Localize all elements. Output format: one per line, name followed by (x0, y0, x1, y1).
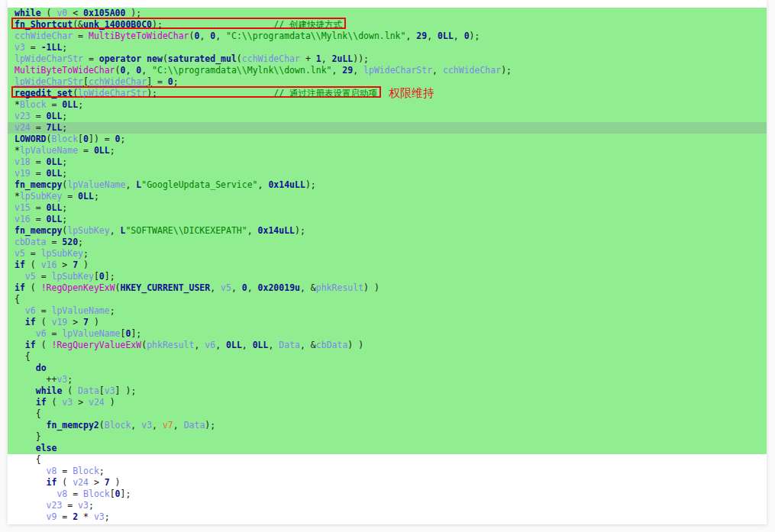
code-line[interactable]: lpWideCharStr = operator new(saturated_m… (8, 53, 767, 65)
code-token: { (15, 408, 41, 419)
code-token: , & (300, 282, 316, 293)
code-token: ; (62, 202, 67, 213)
code-token: cchWideChar (443, 65, 501, 76)
code-token: ; (62, 156, 67, 167)
pseudocode[interactable]: while ( v0 < 0x105A00 );fn_Shortcut(&unk… (8, 0, 767, 523)
code-token: ( (25, 282, 41, 293)
code-line[interactable]: fn_memcpy(lpValueName, L"GoogleUpdata_Se… (8, 179, 767, 191)
code-line[interactable]: if ( !RegQueryValueExW(phkResult, v6, 0L… (8, 340, 767, 351)
code-line[interactable]: *Block = 0LL; (8, 99, 767, 111)
code-line[interactable]: while ( Data[v3] ); (8, 385, 767, 397)
code-token: lpSubKey (52, 271, 94, 282)
code-token: ) (110, 477, 121, 488)
code-token: 0 (83, 134, 89, 144)
code-line[interactable]: fn_memcpy2(Block, v3, v7, Data); (8, 420, 767, 431)
code-line[interactable]: { (8, 454, 767, 466)
code-token: ( (25, 260, 41, 270)
code-token: 0LL (47, 214, 63, 224)
code-line[interactable]: v8 = Block; (8, 466, 767, 477)
code-token: = (152, 76, 168, 87)
code-token: 0x14uLL (258, 225, 295, 236)
code-token (15, 385, 36, 396)
code-token: ); (147, 88, 157, 98)
code-token: 0LL (47, 156, 63, 167)
code-token: = (31, 122, 47, 133)
code-token: , (131, 420, 141, 430)
code-line[interactable]: if ( v19 > 7 ) (8, 317, 767, 328)
code-token: ; (173, 76, 179, 87)
code-line[interactable]: v19 = 0LL; (8, 168, 767, 179)
code-token: 0LL (253, 340, 269, 350)
code-line[interactable]: { (8, 294, 767, 305)
code-line[interactable]: MultiByteToWideChar(0, 0, "C:\\programda… (8, 65, 767, 76)
code-line[interactable]: v18 = 0LL; (8, 156, 767, 168)
code-line[interactable]: LOWORD(Block[0]) = 0; (8, 134, 767, 145)
code-token (163, 19, 273, 30)
code-token: ; (110, 145, 115, 156)
code-line-current[interactable]: v24 = 7LL; (8, 122, 767, 134)
code-line[interactable]: v6 = lpValueName; (8, 305, 767, 317)
code-token: ); (205, 420, 215, 430)
code-line[interactable]: if ( v16 > 7 ) (8, 260, 767, 271)
code-token: regedit_set (15, 88, 73, 98)
code-line[interactable]: { (8, 351, 767, 363)
code-token: 0 (464, 31, 470, 41)
code-token: ; (62, 168, 67, 179)
code-token: , (432, 65, 443, 76)
code-line[interactable]: } (8, 431, 767, 443)
code-line[interactable]: v8 = Block[0]; (8, 488, 767, 500)
code-line[interactable]: if ( !RegOpenKeyExW(HKEY_CURRENT_USER, v… (8, 282, 767, 294)
code-token: ( (99, 420, 105, 430)
code-token: while (15, 8, 41, 18)
code-line[interactable]: else (8, 443, 767, 454)
code-line[interactable]: v5 = lpSubKey[0]; (8, 271, 767, 282)
code-token: ); (152, 19, 163, 30)
code-token: ) ) (363, 282, 379, 293)
code-line[interactable]: v3 = -1LL; (8, 42, 767, 53)
code-token: lpWideCharStr (15, 53, 83, 64)
code-line[interactable]: v6 = lpValueName[0]; (8, 328, 767, 340)
code-token: phkResult (316, 282, 363, 293)
code-token: v3 (57, 374, 67, 385)
code-token: lpWideCharStr (78, 88, 147, 98)
code-token: ( (62, 385, 78, 396)
code-token: -1LL (41, 42, 63, 53)
code-token: = (47, 328, 63, 339)
code-token: + (300, 53, 316, 64)
code-line[interactable]: ++v3; (8, 374, 767, 385)
code-token: v18 (15, 156, 31, 167)
code-token: = (47, 237, 63, 247)
code-token: v24 (89, 397, 105, 408)
code-token: v3 (141, 420, 152, 430)
code-token: * (15, 99, 20, 110)
code-token: { (15, 454, 41, 465)
code-token: ; (62, 111, 67, 121)
code-line[interactable]: *lpValueName = 0LL; (8, 145, 767, 156)
code-token: 1 (316, 53, 321, 64)
code-token (15, 477, 47, 488)
code-line[interactable]: v16 = 0LL; (8, 214, 767, 225)
code-token: operator new (99, 53, 163, 64)
code-line[interactable]: v15 = 0LL; (8, 202, 767, 214)
code-line[interactable]: v9 = 2 * v3; (8, 511, 767, 523)
code-line[interactable]: regedit_set(lpWideCharStr); // 通过注册表设置启动… (8, 88, 767, 99)
code-line[interactable]: fn_memcpy(lpSubKey, L"SOFTWARE\\DICKEXEP… (8, 225, 767, 237)
code-line[interactable]: fn_Shortcut(&unk_14000B0C0); // 创建快捷方式 (8, 19, 767, 31)
code-line[interactable]: do (8, 363, 767, 374)
code-line[interactable]: v23 = v3; (8, 500, 767, 511)
code-line[interactable]: cchWideChar = MultiByteToWideChar(0, 0, … (8, 31, 767, 42)
code-line[interactable]: if ( v3 > v24 ) (8, 397, 767, 408)
code-line[interactable]: *lpSubKey = 0LL; (8, 191, 767, 202)
code-line[interactable]: v5 = lpSubKey; (8, 248, 767, 260)
code-line[interactable]: { (8, 408, 767, 420)
code-token: if (36, 397, 47, 408)
code-line[interactable]: v23 = 0LL; (8, 111, 767, 122)
code-token: ) (78, 260, 89, 270)
code-token: ; (110, 305, 115, 316)
code-token: Block (105, 420, 131, 430)
code-token: else (36, 443, 57, 453)
code-token: v16 (41, 260, 57, 270)
code-line[interactable]: if ( v24 > 7 ) (8, 477, 767, 488)
code-line[interactable]: cbData = 520; (8, 237, 767, 248)
code-token: 0LL (47, 111, 63, 121)
